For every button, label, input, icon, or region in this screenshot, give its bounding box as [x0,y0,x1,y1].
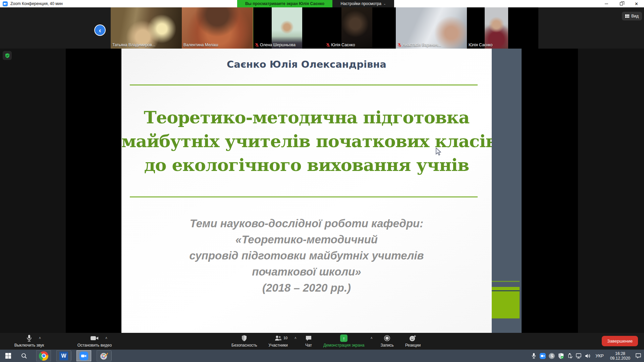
windows-taskbar: W S У [0,350,644,362]
view-mode-button[interactable]: Вид [622,12,642,20]
share-screen-icon: ↑ [340,335,347,342]
chat-bubble-icon [305,335,312,342]
chevron-up-icon[interactable]: ˄ [371,336,373,340]
close-button[interactable]: ✕ [629,0,644,7]
chevron-down-icon: ⌄ [383,2,386,5]
tray-defender-icon[interactable] [558,353,564,359]
security-button[interactable]: Безопасность [231,333,257,350]
camera-icon [90,335,99,342]
chevron-up-icon[interactable]: ˄ [294,336,297,340]
taskbar-search-button[interactable] [16,350,32,362]
clock-date: 09.12.2020 [610,356,630,361]
participant-name: Юлія Саєнко [469,43,492,47]
participant-tile[interactable]: Юлія Саєнко [324,7,396,49]
start-button[interactable] [0,350,16,362]
tray-zoom-icon[interactable] [540,353,546,359]
chrome-icon [39,351,48,361]
tray-skype-icon[interactable]: S [549,353,555,359]
paint-icon [100,352,108,360]
chat-button[interactable]: Чат [305,333,312,350]
zoom-meeting-window: Zoom Конференция, 40 мин Вы просматривае… [0,0,644,362]
muted-mic-icon [255,43,259,47]
participant-tile[interactable]: Юлія Саєнко [467,7,538,49]
slide-subtitle: Теми науково-дослідної роботи кафедри: «… [121,216,492,296]
participant-tile[interactable]: Олена Шершньова [253,7,324,49]
slide-divider [130,84,478,85]
mute-button[interactable]: ˄ Выключить звук [4,333,54,350]
tray-microphone-icon[interactable] [531,353,537,359]
mouse-cursor [435,147,443,158]
chevron-up-icon[interactable]: ˄ [105,336,107,340]
muted-mic-icon [326,43,330,47]
stop-video-label: Остановить видео [77,343,112,348]
tray-usb-icon[interactable] [567,353,573,359]
taskbar-zoom-button[interactable] [76,350,91,361]
window-titlebar: Zoom Конференция, 40 мин Вы просматривае… [0,0,644,7]
taskbar-word-button[interactable]: W [56,350,71,361]
zoom-app-icon [3,1,8,6]
record-label: Запись [381,343,394,348]
word-icon: W [59,352,68,360]
window-controls: ✕ [599,0,644,7]
taskbar-paint-button[interactable] [97,350,111,361]
participants-icon: 10 [274,335,282,342]
clock-time: 16:28 [610,351,630,356]
microphone-icon [26,335,32,342]
grid-view-icon [625,14,629,18]
participant-name: Валентина Мелаш [183,43,218,47]
participant-name: Татьяна Владимиров... [112,43,155,47]
record-icon [384,335,390,342]
participant-tile[interactable]: Татьяна Владимиров... [111,7,182,49]
participant-tile[interactable]: Анастасія Варенич... [396,7,467,49]
previous-participants-button[interactable]: ‹ [95,25,105,35]
view-settings-label: Настройки просмотра [340,1,381,6]
reactions-button[interactable]: Реакции [405,333,421,350]
design-line-navy [492,290,520,291]
presentation-slide: Саєнко Юлія Олександрівна Теоретико-мето… [121,49,492,333]
system-tray: S УКР 16:28 09.12.2020 [531,350,644,362]
slide-author: Саєнко Юлія Олександрівна [121,59,492,70]
encryption-shield-icon [3,51,12,60]
minimize-icon [605,4,608,4]
participant-tile-speaking[interactable]: Валентина Мелаш [182,7,253,49]
taskbar-clock[interactable]: 16:28 09.12.2020 [608,351,632,361]
design-rect-green [492,287,520,318]
minimize-button[interactable] [599,0,614,7]
restore-button[interactable] [614,0,629,7]
reactions-label: Реакции [405,343,421,348]
slide-divider [130,196,478,197]
share-screen-button[interactable]: ↑ ˄ Демонстрация экрана [323,333,369,350]
share-screen-label: Демонстрация экрана [323,343,365,348]
slide-design-strip [492,49,522,333]
security-label: Безопасность [231,343,257,348]
viewing-screen-banner: Вы просматриваете экран Юлія Саєнко [237,0,332,7]
zoom-taskbar-icon [79,352,88,360]
mute-label: Выключить звук [14,343,44,348]
end-meeting-button[interactable]: Завершение [602,336,638,346]
tray-network-icon[interactable] [576,353,582,359]
chat-label: Чат [305,343,312,348]
close-icon: ✕ [635,2,638,6]
view-settings-button[interactable]: Настройки просмотра ⌄ [332,0,394,7]
participants-button[interactable]: 10 ˄ Участники [269,333,294,350]
slide-title: Теоретико-методична підготовка майбутніх… [121,106,492,177]
shield-icon [241,335,247,342]
muted-mic-icon [397,43,401,47]
record-button[interactable]: Запись [381,333,394,350]
stop-video-button[interactable]: ˄ Остановить видео [68,333,121,350]
tray-volume-icon[interactable] [585,353,591,359]
chevron-up-icon[interactable]: ˄ [39,336,41,340]
participant-name: Анастасія Варенич... [397,43,441,47]
window-title: Zoom Конференция, 40 мин [10,1,63,6]
taskbar-chrome-button[interactable] [36,350,51,361]
participant-name: Юлія Саєнко [326,43,355,47]
participant-name: Олена Шершньова [255,43,296,47]
titlebar-left: Zoom Конференция, 40 мин [3,0,63,7]
action-center-icon[interactable] [635,353,641,359]
design-line-green [492,281,520,282]
reactions-smiley-icon [409,335,417,342]
language-indicator[interactable]: УКР [594,353,605,358]
shared-screen-area: Саєнко Юлія Олександрівна Теоретико-мето… [0,49,644,333]
participants-count-badge: 10 [283,336,287,340]
view-button-label: Вид [631,14,639,18]
